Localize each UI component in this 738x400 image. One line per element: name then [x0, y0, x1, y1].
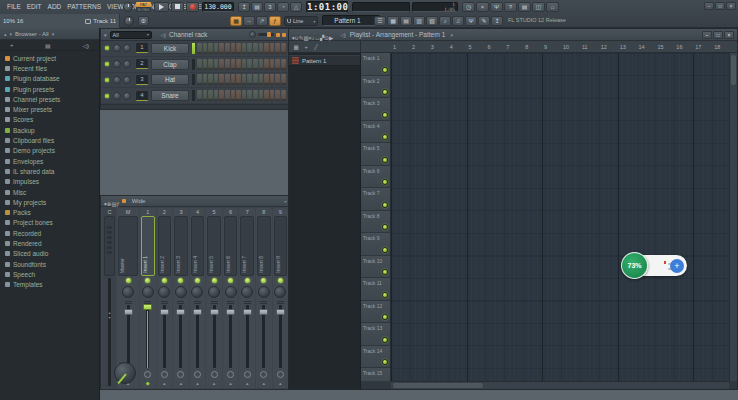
playlist-track-header[interactable]: Track 12 [361, 301, 390, 324]
channel-volume-knob[interactable] [123, 76, 131, 84]
track-enable-led[interactable] [382, 359, 388, 365]
step-cell[interactable] [203, 74, 208, 85]
swing-knob[interactable] [249, 31, 256, 38]
channel-button-hat[interactable]: Hat [151, 74, 189, 85]
step-cell[interactable] [214, 90, 219, 101]
browser-item-project-bones[interactable]: Project bones [0, 218, 99, 228]
mixer-strip-9[interactable]: 9 Insert 9 ▴ [273, 208, 289, 388]
strip-name[interactable]: Insert 4 [191, 216, 205, 276]
strip-fader[interactable] [158, 303, 172, 370]
strip-record-arm[interactable] [224, 370, 238, 379]
strip-pan-knob[interactable] [142, 286, 154, 298]
step-cell[interactable] [242, 74, 247, 85]
fader-handle[interactable] [124, 309, 133, 315]
browser-titlebar[interactable]: ▴ ▾ Browser - All ▾ [0, 28, 99, 40]
tempo-display[interactable]: 130.000 [202, 2, 234, 12]
step-cell[interactable] [253, 74, 258, 85]
playlist-minimize-button[interactable]: – [702, 31, 712, 39]
browser-item-sliced-audio[interactable]: Sliced audio [0, 249, 99, 259]
playlist-track-header[interactable]: Track 1 [361, 53, 390, 76]
playlist-track-header[interactable]: Track 8 [361, 211, 390, 234]
step-cell[interactable] [236, 74, 241, 85]
fader-handle[interactable] [193, 309, 202, 315]
step-cell[interactable] [225, 90, 230, 101]
step-cell[interactable] [214, 59, 219, 70]
pattern-selector[interactable]: Pattern 1 + [322, 15, 380, 26]
close-button[interactable]: × [726, 2, 736, 10]
strip-pan-knob[interactable] [274, 286, 286, 298]
playlist-track-header[interactable]: Track 10 [361, 256, 390, 279]
step-cell[interactable] [219, 74, 224, 85]
step-cell[interactable] [270, 59, 275, 70]
strip-pan-knob[interactable] [258, 286, 270, 298]
browser-item-my-projects[interactable]: My projects [0, 197, 99, 207]
strip-record-arm[interactable] [257, 370, 271, 379]
picker-grid-icon[interactable]: ▦ [292, 43, 300, 52]
home-button[interactable]: ⌂ [546, 2, 559, 12]
strip-enable-led[interactable] [257, 276, 271, 285]
rack-menu-icon[interactable]: ▾ [104, 32, 107, 38]
channel-number[interactable]: 1 [136, 43, 148, 53]
step-cell[interactable] [247, 59, 252, 70]
picker-add-icon[interactable]: + [302, 43, 310, 52]
browser-item-backup[interactable]: Backup [0, 125, 99, 135]
playlist-track-header[interactable]: Track 13 [361, 323, 390, 346]
step-cell[interactable] [231, 43, 236, 54]
step-cell[interactable] [253, 59, 258, 70]
vertical-scrollbar[interactable] [729, 53, 737, 381]
step-cell[interactable] [275, 59, 280, 70]
plugin-picker-button[interactable]: ♪ [439, 16, 451, 26]
piano-roll-button[interactable]: ▦ [387, 16, 399, 26]
step-cell[interactable] [225, 74, 230, 85]
stereo-button[interactable]: Φ [138, 16, 149, 26]
strip-record-arm[interactable] [141, 370, 155, 379]
strip-pan-knob[interactable] [225, 286, 237, 298]
browser-item-channel-presets[interactable]: Channel presets [0, 94, 99, 104]
step-cell[interactable] [197, 59, 202, 70]
collapse-icon[interactable]: ▴ [4, 31, 7, 37]
browser-file-icon[interactable]: ▤ [45, 42, 51, 49]
step-cell[interactable] [247, 74, 252, 85]
browser-item-clipboard-files[interactable]: Clipboard files [0, 135, 99, 145]
step-cell[interactable] [214, 74, 219, 85]
step-cell[interactable] [259, 90, 264, 101]
fader-handle[interactable] [243, 309, 252, 315]
channel-pan-knob[interactable] [113, 76, 121, 84]
playlist-track-header[interactable]: Track 9 [361, 233, 390, 256]
mixer-strip-6[interactable]: 6 Insert 6 ▴ [223, 208, 239, 388]
step-cell[interactable] [281, 43, 286, 54]
step-cell[interactable] [259, 43, 264, 54]
mixer-view-mode[interactable]: Wide [132, 198, 146, 204]
browser-item-rendered[interactable]: Rendered [0, 238, 99, 248]
strip-enable-led[interactable] [141, 276, 155, 285]
strip-name[interactable]: Insert 2 [158, 216, 172, 276]
channel-number[interactable]: 2 [136, 59, 148, 69]
main-volume-knob[interactable] [123, 2, 133, 12]
playlist-track-header[interactable]: Track 2 [361, 76, 390, 99]
strip-pan-knob[interactable] [122, 286, 134, 298]
mixer-strip-2[interactable]: 2 Insert 2 ▴ [157, 208, 173, 388]
step-cell[interactable] [236, 59, 241, 70]
recorder-overlay-widget[interactable]: + 73% [621, 252, 691, 280]
menu-file[interactable]: FILE [4, 3, 24, 10]
channel-volume-knob[interactable] [123, 60, 131, 68]
maximize-button[interactable]: □ [715, 2, 725, 10]
typing-keyboard-button[interactable]: ▤ [251, 2, 263, 12]
channel-volume-knob[interactable] [123, 44, 131, 52]
channel-number[interactable]: 4 [136, 91, 148, 101]
strip-name[interactable]: Insert 7 [240, 216, 254, 276]
mixer-strip-current[interactable]: C ▴▾ [103, 208, 116, 388]
playlist-window-button[interactable]: ☰ [374, 16, 386, 26]
menu-patterns[interactable]: PATTERNS [64, 3, 104, 10]
stop-button[interactable] [171, 2, 184, 12]
playlist-maximize-button[interactable]: □ [713, 31, 723, 39]
track-enable-led[interactable] [382, 134, 388, 140]
track-enable-led[interactable] [382, 157, 388, 163]
menu-edit[interactable]: EDIT [24, 3, 45, 10]
track-enable-led[interactable] [382, 112, 388, 118]
step-cell[interactable] [203, 59, 208, 70]
track-enable-led[interactable] [382, 89, 388, 95]
track-enable-led[interactable] [382, 314, 388, 320]
strip-pan-knob[interactable] [158, 286, 170, 298]
fader-handle[interactable] [210, 309, 219, 315]
